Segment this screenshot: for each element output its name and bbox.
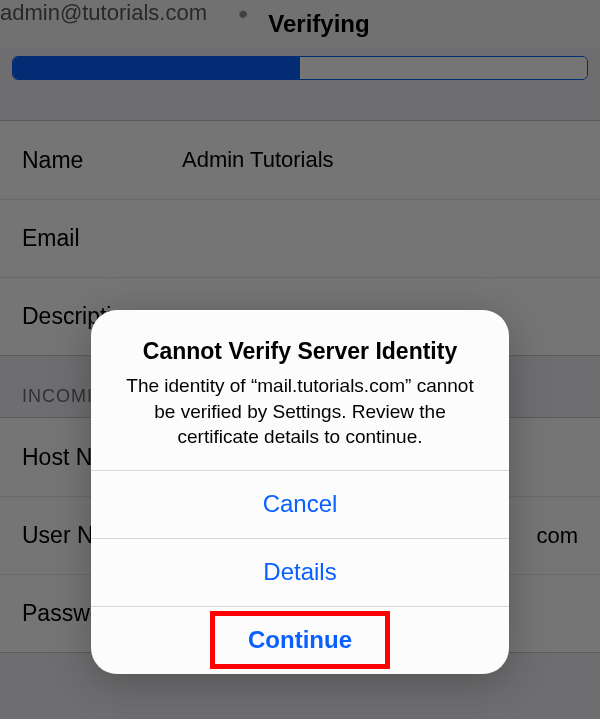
details-button-label: Details	[263, 558, 336, 586]
details-button[interactable]: Details	[91, 538, 509, 606]
continue-button[interactable]: Continue	[91, 606, 509, 674]
alert-message: The identity of “mail.tutorials.com” can…	[117, 373, 483, 450]
continue-button-label: Continue	[248, 626, 352, 654]
cancel-button[interactable]: Cancel	[91, 470, 509, 538]
cert-alert: Cannot Verify Server Identity The identi…	[91, 310, 509, 674]
alert-title: Cannot Verify Server Identity	[117, 338, 483, 365]
cancel-button-label: Cancel	[263, 490, 338, 518]
